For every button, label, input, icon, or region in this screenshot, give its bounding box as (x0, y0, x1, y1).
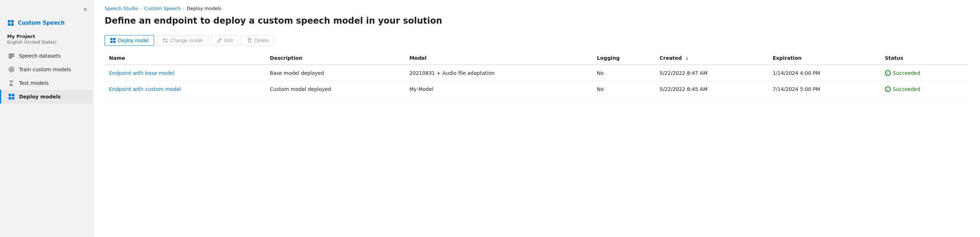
project-sub-label: English (United States) (0, 40, 93, 49)
svg-rect-14 (12, 97, 14, 100)
toolbar: Deploy model Change model Edit Delete (93, 35, 980, 52)
sidebar-item-label: Test models (19, 80, 49, 86)
endpoint-link-0[interactable]: Endpoint with base model (109, 70, 174, 76)
svg-rect-6 (9, 57, 12, 58)
cell-logging-0: No (592, 65, 655, 81)
col-name: Name (105, 52, 266, 65)
svg-rect-2 (8, 23, 10, 26)
breadcrumb: Speech Studio › Custom Speech › Deploy m… (93, 0, 980, 16)
page-title: Define an endpoint to deploy a custom sp… (105, 16, 969, 27)
breadcrumb-speech-studio[interactable]: Speech Studio (105, 6, 138, 11)
sort-created-icon: ↓ (685, 56, 689, 61)
sidebar: « Custom Speech My Project English (Unit… (0, 0, 93, 237)
sidebar-collapse-area: « (0, 3, 93, 16)
svg-rect-16 (113, 38, 115, 40)
sidebar-item-label: Train custom models (19, 66, 71, 72)
breadcrumb-current: Deploy models (187, 6, 221, 11)
endpoints-table: Name Description Model Logging Created ↓… (105, 52, 969, 97)
sidebar-item-label: Speech datasets (19, 53, 60, 59)
svg-rect-13 (9, 97, 11, 100)
col-model: Model (405, 52, 592, 65)
cell-name-0: Endpoint with base model (105, 65, 266, 81)
svg-rect-15 (110, 38, 113, 40)
speech-datasets-icon (8, 53, 15, 59)
svg-rect-3 (11, 23, 14, 26)
sidebar-item-label: Deploy models (19, 94, 60, 100)
status-succeeded-icon: ✓ (885, 70, 891, 76)
svg-rect-10 (11, 81, 13, 82)
sidebar-app-title: Custom Speech (0, 16, 93, 32)
cell-status-0: ✓ Succeeded (881, 65, 969, 81)
train-models-icon (8, 66, 15, 73)
cell-model-1: My Model (405, 81, 592, 97)
svg-rect-17 (110, 41, 113, 43)
cell-created-0: 5/22/2022 8:47 AM (655, 65, 768, 81)
table-row: Endpoint with base model Base model depl… (105, 65, 969, 81)
sidebar-item-test-models[interactable]: Test models (0, 76, 93, 90)
sidebar-item-train-custom-models[interactable]: Train custom models (0, 63, 93, 76)
endpoint-link-1[interactable]: Endpoint with custom model (109, 86, 181, 92)
sidebar-item-speech-datasets[interactable]: Speech datasets (0, 49, 93, 63)
deploy-model-icon (110, 38, 116, 43)
edit-icon (216, 38, 222, 43)
cell-expiration-1: 7/14/2024 5:00 PM (768, 81, 880, 97)
sidebar-item-deploy-models[interactable]: Deploy models (0, 90, 93, 103)
table-row: Endpoint with custom model Custom model … (105, 81, 969, 97)
delete-button[interactable]: Delete (241, 35, 274, 46)
cell-logging-1: No (592, 81, 655, 97)
delete-icon (247, 38, 252, 43)
svg-rect-1 (11, 20, 14, 22)
cell-model-0: 20210831 + Audio file adaptation (405, 65, 592, 81)
change-model-icon (162, 38, 168, 43)
col-created[interactable]: Created ↓ (655, 52, 768, 65)
cell-expiration-0: 1/14/2024 4:00 PM (768, 65, 880, 81)
svg-rect-11 (9, 94, 11, 96)
svg-rect-18 (113, 41, 115, 43)
endpoints-table-container: Name Description Model Logging Created ↓… (93, 52, 980, 237)
breadcrumb-sep-1: › (140, 6, 142, 11)
cell-description-1: Custom model deployed (266, 81, 405, 97)
svg-point-9 (11, 69, 12, 70)
cell-created-1: 5/22/2022 8:45 AM (655, 81, 768, 97)
cell-description-0: Base model deployed (266, 65, 405, 81)
status-succeeded-icon: ✓ (885, 86, 891, 92)
status-label: Succeeded (893, 70, 921, 76)
status-label: Succeeded (893, 86, 921, 92)
project-label: My Project (0, 32, 93, 40)
edit-button[interactable]: Edit (211, 35, 239, 46)
breadcrumb-custom-speech[interactable]: Custom Speech (144, 6, 181, 11)
svg-rect-4 (9, 54, 14, 55)
sidebar-collapse-button[interactable]: « (84, 6, 87, 12)
breadcrumb-sep-2: › (183, 6, 185, 11)
table-header-row: Name Description Model Logging Created ↓… (105, 52, 969, 65)
col-description: Description (266, 52, 405, 65)
svg-rect-5 (9, 55, 14, 57)
cell-status-1: ✓ Succeeded (881, 81, 969, 97)
page-header: Define an endpoint to deploy a custom sp… (93, 16, 980, 35)
change-model-button[interactable]: Change model (157, 35, 208, 46)
cell-name-1: Endpoint with custom model (105, 81, 266, 97)
col-status: Status (881, 52, 969, 65)
deploy-models-icon (8, 93, 15, 100)
col-expiration: Expiration (768, 52, 880, 65)
svg-rect-0 (8, 20, 10, 22)
test-models-icon (8, 80, 15, 86)
deploy-model-button[interactable]: Deploy model (105, 35, 154, 46)
main-content: Speech Studio › Custom Speech › Deploy m… (93, 0, 980, 237)
svg-rect-12 (12, 94, 14, 96)
custom-speech-icon (7, 19, 14, 27)
col-logging: Logging (592, 52, 655, 65)
